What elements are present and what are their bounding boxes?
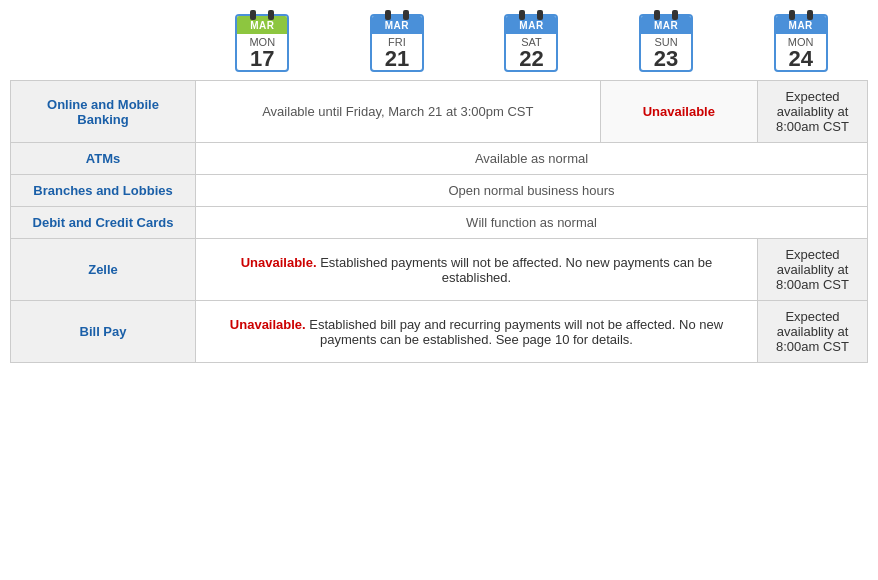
row-label-0: Online and Mobile Banking bbox=[11, 81, 196, 143]
table-row: ZelleUnavailable. Established payments w… bbox=[11, 239, 868, 301]
calendar-date-17: MARMON17 bbox=[195, 10, 330, 80]
calendar-date-23: MARSUN23 bbox=[599, 10, 734, 80]
cell-5-0: Unavailable. Established bill pay and re… bbox=[196, 301, 758, 363]
cell-4-1: Expected availablity at 8:00am CST bbox=[758, 239, 868, 301]
calendar-date-21: MARFRI21 bbox=[330, 10, 465, 80]
table-row: Online and Mobile BankingAvailable until… bbox=[11, 81, 868, 143]
table-row: Bill PayUnavailable. Established bill pa… bbox=[11, 301, 868, 363]
cell-3-0: Will function as normal bbox=[196, 207, 868, 239]
availability-table: Online and Mobile BankingAvailable until… bbox=[10, 80, 868, 363]
cell-1-0: Available as normal bbox=[196, 143, 868, 175]
cell-0-0: Available until Friday, March 21 at 3:00… bbox=[196, 81, 601, 143]
calendar-header: MARMON17MARFRI21MARSAT22MARSUN23MARMON24 bbox=[10, 10, 868, 80]
calendar-date-22: MARSAT22 bbox=[464, 10, 599, 80]
cell-0-2: Expected availablity at 8:00am CST bbox=[758, 81, 868, 143]
table-row: Branches and LobbiesOpen normal business… bbox=[11, 175, 868, 207]
row-label-4: Zelle bbox=[11, 239, 196, 301]
cell-4-0: Unavailable. Established payments will n… bbox=[196, 239, 758, 301]
row-label-3: Debit and Credit Cards bbox=[11, 207, 196, 239]
cell-2-0: Open normal business hours bbox=[196, 175, 868, 207]
row-label-2: Branches and Lobbies bbox=[11, 175, 196, 207]
row-label-1: ATMs bbox=[11, 143, 196, 175]
cell-5-1: Expected availablity at 8:00am CST bbox=[758, 301, 868, 363]
cell-0-1: Unavailable bbox=[600, 81, 757, 143]
table-row: Debit and Credit CardsWill function as n… bbox=[11, 207, 868, 239]
row-label-5: Bill Pay bbox=[11, 301, 196, 363]
table-row: ATMsAvailable as normal bbox=[11, 143, 868, 175]
calendar-date-24: MARMON24 bbox=[733, 10, 868, 80]
